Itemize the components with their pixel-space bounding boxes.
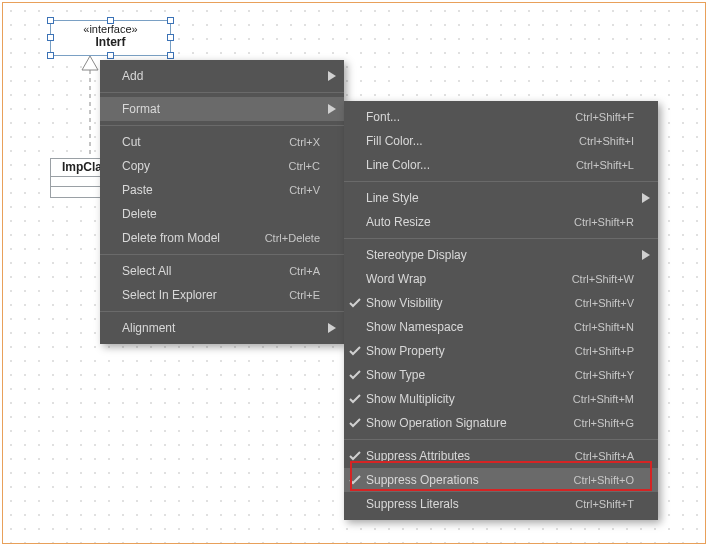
submenu-arrow-icon — [320, 323, 336, 333]
resize-handle-tr[interactable] — [167, 17, 174, 24]
uml-interface-stereotype: «interface» — [55, 23, 166, 35]
svg-marker-5 — [642, 193, 650, 203]
menu-hotkey: Ctrl+Shift+Y — [561, 369, 634, 381]
menu-item-delete-from-model[interactable]: Delete from Model Ctrl+Delete — [100, 226, 344, 250]
menu-item-line-color[interactable]: Line Color... Ctrl+Shift+L — [344, 153, 658, 177]
menu-separator — [344, 181, 658, 182]
menu-label: Paste — [122, 183, 275, 197]
menu-item-select-all[interactable]: Select All Ctrl+A — [100, 259, 344, 283]
menu-item-show-namespace[interactable]: Show Namespace Ctrl+Shift+N — [344, 315, 658, 339]
menu-label: Suppress Operations — [366, 473, 559, 487]
menu-label: Fill Color... — [366, 134, 565, 148]
menu-label: Show Type — [366, 368, 561, 382]
svg-marker-1 — [82, 56, 98, 70]
resize-handle-mr[interactable] — [167, 34, 174, 41]
menu-hotkey: Ctrl+Shift+O — [559, 474, 634, 486]
check-icon — [344, 451, 366, 461]
resize-handle-tm[interactable] — [107, 17, 114, 24]
menu-item-word-wrap[interactable]: Word Wrap Ctrl+Shift+W — [344, 267, 658, 291]
resize-handle-br[interactable] — [167, 52, 174, 59]
menu-label: Font... — [366, 110, 561, 124]
menu-separator — [100, 92, 344, 93]
menu-label: Alignment — [122, 321, 306, 335]
menu-item-paste[interactable]: Paste Ctrl+V — [100, 178, 344, 202]
check-icon — [344, 475, 366, 485]
menu-item-line-style[interactable]: Line Style — [344, 186, 658, 210]
menu-hotkey: Ctrl+Shift+L — [562, 159, 634, 171]
menu-item-show-operation-signature[interactable]: Show Operation Signature Ctrl+Shift+G — [344, 411, 658, 435]
menu-hotkey: Ctrl+Shift+W — [558, 273, 634, 285]
check-icon — [344, 394, 366, 404]
menu-separator — [344, 238, 658, 239]
menu-hotkey: Ctrl+V — [275, 184, 320, 196]
menu-label: Show Visibility — [366, 296, 561, 310]
menu-item-show-type[interactable]: Show Type Ctrl+Shift+Y — [344, 363, 658, 387]
menu-item-alignment[interactable]: Alignment — [100, 316, 344, 340]
menu-label: Cut — [122, 135, 275, 149]
svg-marker-3 — [328, 104, 336, 114]
menu-label: Select All — [122, 264, 275, 278]
menu-hotkey: Ctrl+Shift+V — [561, 297, 634, 309]
menu-item-format[interactable]: Format — [100, 97, 344, 121]
menu-hotkey: Ctrl+Shift+R — [560, 216, 634, 228]
menu-label: Format — [122, 102, 306, 116]
menu-item-copy[interactable]: Copy Ctrl+C — [100, 154, 344, 178]
menu-hotkey: Ctrl+X — [275, 136, 320, 148]
resize-handle-bm[interactable] — [107, 52, 114, 59]
menu-label: Show Property — [366, 344, 561, 358]
resize-handle-tl[interactable] — [47, 17, 54, 24]
menu-label: Auto Resize — [366, 215, 560, 229]
menu-item-fill-color[interactable]: Fill Color... Ctrl+Shift+I — [344, 129, 658, 153]
menu-label: Suppress Literals — [366, 497, 561, 511]
check-icon — [344, 346, 366, 356]
svg-marker-2 — [328, 71, 336, 81]
menu-hotkey: Ctrl+Shift+F — [561, 111, 634, 123]
menu-item-delete[interactable]: Delete — [100, 202, 344, 226]
menu-hotkey: Ctrl+Shift+A — [561, 450, 634, 462]
menu-hotkey: Ctrl+C — [275, 160, 320, 172]
context-menu: Add Format Cut Ctrl+X Copy Ctrl+C Paste … — [100, 60, 344, 344]
format-submenu: Font... Ctrl+Shift+F Fill Color... Ctrl+… — [344, 101, 658, 520]
menu-label: Delete from Model — [122, 231, 251, 245]
menu-item-stereotype-display[interactable]: Stereotype Display — [344, 243, 658, 267]
menu-item-suppress-literals[interactable]: Suppress Literals Ctrl+Shift+T — [344, 492, 658, 516]
menu-item-show-multiplicity[interactable]: Show Multiplicity Ctrl+Shift+M — [344, 387, 658, 411]
menu-label: Select In Explorer — [122, 288, 275, 302]
check-icon — [344, 418, 366, 428]
svg-marker-6 — [642, 250, 650, 260]
menu-item-font[interactable]: Font... Ctrl+Shift+F — [344, 105, 658, 129]
menu-label: Word Wrap — [366, 272, 558, 286]
menu-label: Suppress Attributes — [366, 449, 561, 463]
menu-label: Delete — [122, 207, 306, 221]
resize-handle-ml[interactable] — [47, 34, 54, 41]
menu-item-add[interactable]: Add — [100, 64, 344, 88]
menu-separator — [344, 439, 658, 440]
menu-item-cut[interactable]: Cut Ctrl+X — [100, 130, 344, 154]
uml-interface-element[interactable]: «interface» Interf — [50, 20, 171, 56]
menu-item-suppress-attributes[interactable]: Suppress Attributes Ctrl+Shift+A — [344, 444, 658, 468]
menu-item-show-property[interactable]: Show Property Ctrl+Shift+P — [344, 339, 658, 363]
menu-label: Stereotype Display — [366, 248, 620, 262]
resize-handle-bl[interactable] — [47, 52, 54, 59]
menu-label: Show Multiplicity — [366, 392, 559, 406]
submenu-arrow-icon — [634, 250, 650, 260]
submenu-arrow-icon — [320, 104, 336, 114]
menu-hotkey: Ctrl+Shift+G — [559, 417, 634, 429]
menu-hotkey: Ctrl+Shift+N — [560, 321, 634, 333]
submenu-arrow-icon — [634, 193, 650, 203]
menu-hotkey: Ctrl+Shift+P — [561, 345, 634, 357]
menu-hotkey: Ctrl+Shift+M — [559, 393, 634, 405]
menu-item-show-visibility[interactable]: Show Visibility Ctrl+Shift+V — [344, 291, 658, 315]
menu-item-suppress-operations[interactable]: Suppress Operations Ctrl+Shift+O — [344, 468, 658, 492]
menu-item-select-in-explorer[interactable]: Select In Explorer Ctrl+E — [100, 283, 344, 307]
menu-label: Show Namespace — [366, 320, 560, 334]
uml-interface-name: Interf — [55, 35, 166, 49]
check-icon — [344, 370, 366, 380]
menu-hotkey: Ctrl+Shift+I — [565, 135, 634, 147]
menu-separator — [100, 254, 344, 255]
menu-hotkey: Ctrl+E — [275, 289, 320, 301]
menu-separator — [100, 311, 344, 312]
menu-item-auto-resize[interactable]: Auto Resize Ctrl+Shift+R — [344, 210, 658, 234]
submenu-arrow-icon — [320, 71, 336, 81]
menu-hotkey: Ctrl+A — [275, 265, 320, 277]
